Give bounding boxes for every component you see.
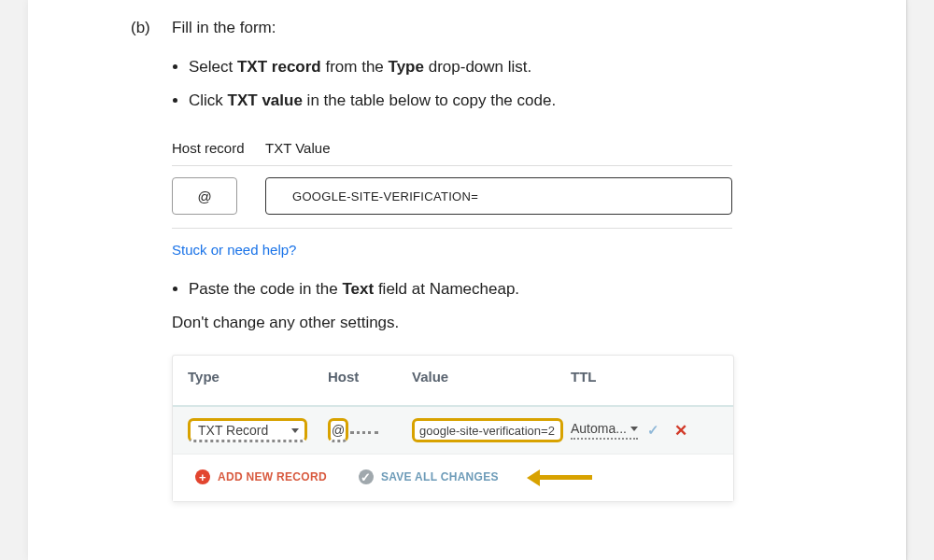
- ttl-dropdown-label: Automa...: [571, 421, 627, 436]
- namecheap-panel: Type Host Value TTL TXT Record @: [172, 355, 734, 502]
- bullet-item: Paste the code in the Text field at Name…: [189, 280, 850, 299]
- host-input[interactable]: @: [328, 418, 348, 442]
- mini-header-value: TXT Value: [265, 134, 732, 166]
- check-icon: ✓: [359, 469, 374, 484]
- document-page: (b) Fill in the form: Select TXT record …: [28, 0, 906, 560]
- mini-header-host: Host record: [172, 134, 265, 166]
- bullet-item: Click TXT value in the table below to co…: [189, 91, 850, 110]
- add-new-record-label: ADD NEW RECORD: [218, 470, 327, 483]
- value-input[interactable]: google-site-verification=2: [412, 418, 563, 442]
- panel-actions: + ADD NEW RECORD ✓ SAVE ALL CHANGES: [173, 455, 733, 501]
- ttl-dropdown[interactable]: Automa...: [571, 421, 638, 440]
- confirm-icon[interactable]: ✓: [647, 422, 659, 439]
- plus-icon: +: [195, 469, 210, 484]
- bullet-item: Select TXT record from the Type drop-dow…: [189, 58, 850, 77]
- panel-header-row: Type Host Value TTL: [173, 356, 733, 407]
- chevron-down-icon: [291, 428, 299, 433]
- host-txt-table: Host record TXT Value @ GOOGLE-SITE-VERI…: [172, 134, 732, 229]
- type-dropdown-label: TXT Record: [198, 423, 268, 438]
- panel-data-row: TXT Record @ google-site-verification=2 …: [173, 407, 733, 455]
- save-all-changes-label: SAVE ALL CHANGES: [381, 470, 499, 483]
- step-heading: (b) Fill in the form:: [131, 19, 850, 37]
- bullet-list-1: Select TXT record from the Type drop-dow…: [172, 58, 850, 110]
- cell-value: google-site-verification=2: [412, 418, 571, 442]
- save-all-changes-button[interactable]: ✓ SAVE ALL CHANGES: [351, 464, 506, 490]
- cancel-icon[interactable]: ✕: [674, 421, 687, 441]
- step-marker: (b): [131, 19, 155, 37]
- col-header-ttl: TTL: [571, 369, 673, 385]
- chevron-down-icon: [630, 427, 638, 431]
- content-area: (b) Fill in the form: Select TXT record …: [131, 19, 850, 502]
- note-text: Don't change any other settings.: [172, 314, 850, 332]
- host-record-box[interactable]: @: [172, 177, 237, 215]
- cell-ttl: Automa... ✓ ✕: [571, 421, 673, 441]
- col-header-type: Type: [188, 369, 328, 385]
- type-dropdown[interactable]: TXT Record: [188, 418, 307, 442]
- cell-type: TXT Record: [188, 418, 328, 442]
- arrow-annotation: [527, 472, 592, 482]
- help-link[interactable]: Stuck or need help?: [172, 242, 296, 258]
- cell-host: @: [328, 418, 412, 442]
- bullet-list-2: Paste the code in the Text field at Name…: [172, 280, 850, 299]
- col-header-value: Value: [412, 369, 571, 385]
- txt-value-box[interactable]: GOOGLE-SITE-VERIFICATION=: [265, 177, 732, 215]
- add-new-record-button[interactable]: + ADD NEW RECORD: [188, 464, 334, 490]
- col-header-host: Host: [328, 369, 412, 385]
- step-title: Fill in the form:: [172, 19, 276, 37]
